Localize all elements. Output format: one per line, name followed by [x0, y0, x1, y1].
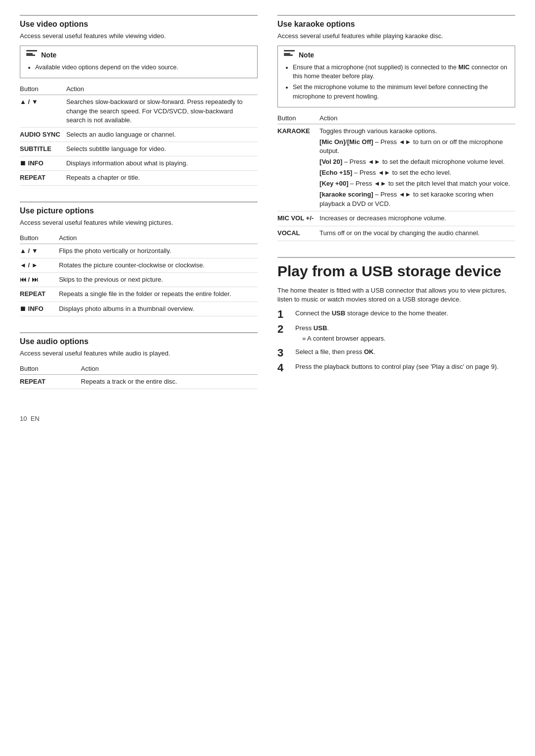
table-cell-button: SUBTITLE: [20, 142, 66, 156]
karaoke-note-item-0: Ensure that a microphone (not supplied) …: [293, 63, 509, 81]
karaoke-note-icon: [284, 50, 295, 60]
table-cell-action: Repeats a chapter or title.: [66, 171, 258, 185]
table-cell-button: ▲ / ▼: [20, 244, 59, 258]
picture-options-table: Button Action ▲ / ▼Flips the photo verti…: [20, 232, 258, 316]
karaoke-table-col-action: Action: [320, 112, 515, 124]
left-column: Use video options Access several useful …: [20, 15, 258, 405]
table-row: ▲ / ▼Searches slow-backward or slow-forw…: [20, 95, 258, 128]
table-cell-button: MIC VOL +/-: [277, 211, 320, 226]
table-cell-action: Displays information about what is playi…: [66, 156, 258, 171]
table-cell-button: REPEAT: [20, 374, 81, 389]
usb-section-title: Play from a USB storage device: [277, 257, 515, 280]
table-row: VOCALTurns off or on the vocal by changi…: [277, 226, 515, 241]
table-cell-action: Selects subtitle language for video.: [66, 142, 258, 156]
audio-options-title: Use audio options: [20, 332, 258, 346]
video-options-title: Use video options: [20, 15, 258, 29]
table-row: REPEATRepeats a single file in the folde…: [20, 287, 258, 302]
table-row: MIC VOL +/-Increases or decreases microp…: [277, 211, 515, 226]
list-item: 3Select a file, then press OK.: [277, 348, 515, 358]
table-cell-button: REPEAT: [20, 287, 59, 302]
table-cell-action: Toggles through various karaoke options.…: [320, 124, 515, 211]
usb-section: Play from a USB storage device The home …: [277, 257, 515, 378]
right-column: Use karaoke options Access several usefu…: [277, 15, 515, 405]
table-cell-button: KARAOKE: [277, 124, 320, 211]
karaoke-note-item-1: Set the microphone volume to the minimum…: [293, 83, 509, 101]
table-cell-button: VOCAL: [277, 226, 320, 241]
picture-table-col-action: Action: [59, 232, 258, 244]
video-options-table: Button Action ▲ / ▼Searches slow-backwar…: [20, 83, 258, 185]
note-icon: [26, 50, 37, 60]
audio-table-col-button: Button: [20, 363, 81, 375]
table-cell-action: Selects an audio language or channel.: [66, 127, 258, 142]
karaoke-note-body: Ensure that a microphone (not supplied) …: [284, 63, 509, 101]
karaoke-options-desc: Access several useful features while pla…: [277, 32, 515, 41]
video-note-body: Available video options depend on the vi…: [26, 63, 251, 72]
usb-section-desc: The home theater is fitted with a USB co…: [277, 286, 515, 304]
picture-options-desc: Access several useful features while vie…: [20, 218, 258, 227]
list-item: 2Press USB.» A content browser appears.: [277, 324, 515, 344]
step-number: 3: [277, 348, 292, 358]
table-row: ⏮ / ⏭Skips to the previous or next pictu…: [20, 273, 258, 287]
table-cell-button: ▲ / ▼: [20, 95, 66, 128]
table-row: SUBTITLESelects subtitle language for vi…: [20, 142, 258, 156]
karaoke-options-title: Use karaoke options: [277, 15, 515, 29]
step-number: 4: [277, 362, 292, 373]
list-item: 4Press the playback buttons to control p…: [277, 362, 515, 373]
picture-table-col-button: Button: [20, 232, 59, 244]
table-cell-action: Flips the photo vertically or horizontal…: [59, 244, 258, 258]
step-text: Select a file, then press OK.: [295, 348, 375, 357]
picture-options-section: Use picture options Access several usefu…: [20, 202, 258, 320]
video-note-label: Note: [41, 51, 56, 59]
page-number: 10: [20, 415, 27, 422]
table-cell-action: Repeats a single file in the folder or r…: [59, 287, 258, 302]
step-text: Connect the USB storage device to the ho…: [295, 309, 448, 318]
video-note-box: Note Available video options depend on t…: [20, 46, 258, 78]
usb-steps-list: 1Connect the USB storage device to the h…: [277, 309, 515, 373]
karaoke-note-box: Note Ensure that a microphone (not suppl…: [277, 46, 515, 107]
video-options-section: Use video options Access several useful …: [20, 15, 258, 190]
page-lang: EN: [31, 415, 40, 422]
karaoke-table-col-button: Button: [277, 112, 320, 124]
audio-table-col-action: Action: [81, 363, 258, 375]
step-text: Press the playback buttons to control pl…: [295, 362, 498, 372]
video-options-desc: Access several useful features while vie…: [20, 32, 258, 41]
video-table-col-button: Button: [20, 83, 66, 95]
karaoke-options-table: Button Action KARAOKEToggles through var…: [277, 112, 515, 241]
page-footer: 10 EN: [20, 415, 515, 422]
karaoke-note-header: Note: [284, 50, 509, 60]
karaoke-options-section: Use karaoke options Access several usefu…: [277, 15, 515, 245]
table-cell-action: Increases or decreases microphone volume…: [320, 211, 515, 226]
table-row: REPEATRepeats a track or the entire disc…: [20, 374, 258, 389]
table-cell-action: Searches slow-backward or slow-forward. …: [66, 95, 258, 128]
table-cell-action: Skips to the previous or next picture.: [59, 273, 258, 287]
step-text: Press USB.» A content browser appears.: [295, 324, 385, 344]
video-note-item-0: Available video options depend on the vi…: [35, 63, 251, 72]
table-row: ◄ / ►Rotates the picture counter-clockwi…: [20, 258, 258, 273]
list-item: 1Connect the USB storage device to the h…: [277, 309, 515, 320]
table-cell-button: ⏹ INFO: [20, 156, 66, 171]
video-table-col-action: Action: [66, 83, 258, 95]
picture-options-title: Use picture options: [20, 202, 258, 215]
video-note-header: Note: [26, 50, 251, 60]
step-number: 1: [277, 309, 292, 320]
step-sub: » A content browser appears.: [302, 334, 385, 344]
step-number: 2: [277, 324, 292, 335]
audio-options-desc: Access several useful features while aud…: [20, 349, 258, 358]
table-row: KARAOKEToggles through various karaoke o…: [277, 124, 515, 211]
table-row: ⏹ INFODisplays information about what is…: [20, 156, 258, 171]
table-cell-button: ⏹ INFO: [20, 302, 59, 316]
table-row: AUDIO SYNCSelects an audio language or c…: [20, 127, 258, 142]
table-cell-button: AUDIO SYNC: [20, 127, 66, 142]
table-cell-action: Rotates the picture counter-clockwise or…: [59, 258, 258, 273]
table-cell-action: Displays photo albums in a thumbnail ove…: [59, 302, 258, 316]
audio-options-section: Use audio options Access several useful …: [20, 332, 258, 393]
table-row: ▲ / ▼Flips the photo vertically or horiz…: [20, 244, 258, 258]
audio-options-table: Button Action REPEATRepeats a track or t…: [20, 363, 258, 389]
table-cell-action: Turns off or on the vocal by changing th…: [320, 226, 515, 241]
table-cell-button: ⏮ / ⏭: [20, 273, 59, 287]
page-layout: Use video options Access several useful …: [20, 15, 515, 405]
table-cell-button: ◄ / ►: [20, 258, 59, 273]
table-cell-action: Repeats a track or the entire disc.: [81, 374, 258, 389]
table-row: ⏹ INFODisplays photo albums in a thumbna…: [20, 302, 258, 316]
table-cell-button: REPEAT: [20, 171, 66, 185]
